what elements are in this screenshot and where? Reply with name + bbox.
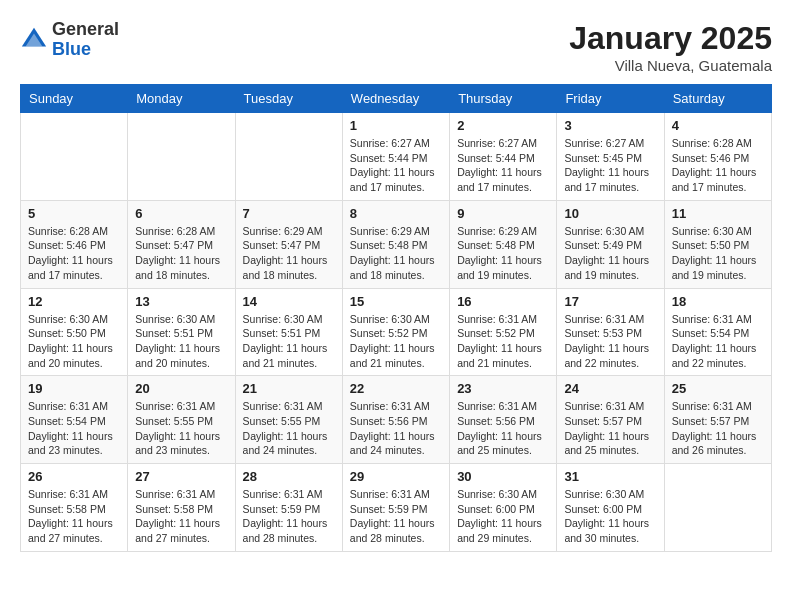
table-row: 25 Sunrise: 6:31 AMSunset: 5:57 PMDaylig… — [664, 376, 771, 464]
calendar-week-row: 26 Sunrise: 6:31 AMSunset: 5:58 PMDaylig… — [21, 464, 772, 552]
table-row: 21 Sunrise: 6:31 AMSunset: 5:55 PMDaylig… — [235, 376, 342, 464]
table-row: 1 Sunrise: 6:27 AMSunset: 5:44 PMDayligh… — [342, 113, 449, 201]
day-number: 13 — [135, 294, 227, 309]
day-number: 19 — [28, 381, 120, 396]
table-row — [235, 113, 342, 201]
day-number: 21 — [243, 381, 335, 396]
day-info: Sunrise: 6:27 AMSunset: 5:44 PMDaylight:… — [350, 136, 442, 195]
day-info: Sunrise: 6:31 AMSunset: 5:58 PMDaylight:… — [135, 487, 227, 546]
table-row: 7 Sunrise: 6:29 AMSunset: 5:47 PMDayligh… — [235, 200, 342, 288]
day-number: 11 — [672, 206, 764, 221]
table-row: 30 Sunrise: 6:30 AMSunset: 6:00 PMDaylig… — [450, 464, 557, 552]
day-info: Sunrise: 6:31 AMSunset: 5:54 PMDaylight:… — [672, 312, 764, 371]
calendar-week-row: 19 Sunrise: 6:31 AMSunset: 5:54 PMDaylig… — [21, 376, 772, 464]
day-number: 6 — [135, 206, 227, 221]
day-info: Sunrise: 6:31 AMSunset: 5:56 PMDaylight:… — [457, 399, 549, 458]
title-section: January 2025 Villa Nueva, Guatemala — [569, 20, 772, 74]
table-row: 31 Sunrise: 6:30 AMSunset: 6:00 PMDaylig… — [557, 464, 664, 552]
table-row: 4 Sunrise: 6:28 AMSunset: 5:46 PMDayligh… — [664, 113, 771, 201]
calendar-header-row: Sunday Monday Tuesday Wednesday Thursday… — [21, 85, 772, 113]
day-info: Sunrise: 6:31 AMSunset: 5:57 PMDaylight:… — [564, 399, 656, 458]
table-row: 14 Sunrise: 6:30 AMSunset: 5:51 PMDaylig… — [235, 288, 342, 376]
logo-icon — [20, 26, 48, 54]
day-info: Sunrise: 6:31 AMSunset: 5:54 PMDaylight:… — [28, 399, 120, 458]
day-number: 1 — [350, 118, 442, 133]
table-row: 20 Sunrise: 6:31 AMSunset: 5:55 PMDaylig… — [128, 376, 235, 464]
day-number: 8 — [350, 206, 442, 221]
table-row: 17 Sunrise: 6:31 AMSunset: 5:53 PMDaylig… — [557, 288, 664, 376]
table-row: 26 Sunrise: 6:31 AMSunset: 5:58 PMDaylig… — [21, 464, 128, 552]
calendar-week-row: 12 Sunrise: 6:30 AMSunset: 5:50 PMDaylig… — [21, 288, 772, 376]
day-info: Sunrise: 6:31 AMSunset: 5:55 PMDaylight:… — [243, 399, 335, 458]
location: Villa Nueva, Guatemala — [569, 57, 772, 74]
logo-general: General — [52, 19, 119, 39]
logo-blue: Blue — [52, 39, 91, 59]
day-number: 15 — [350, 294, 442, 309]
day-info: Sunrise: 6:27 AMSunset: 5:45 PMDaylight:… — [564, 136, 656, 195]
calendar-week-row: 1 Sunrise: 6:27 AMSunset: 5:44 PMDayligh… — [21, 113, 772, 201]
table-row: 3 Sunrise: 6:27 AMSunset: 5:45 PMDayligh… — [557, 113, 664, 201]
day-number: 29 — [350, 469, 442, 484]
day-number: 30 — [457, 469, 549, 484]
table-row: 6 Sunrise: 6:28 AMSunset: 5:47 PMDayligh… — [128, 200, 235, 288]
table-row: 28 Sunrise: 6:31 AMSunset: 5:59 PMDaylig… — [235, 464, 342, 552]
day-number: 17 — [564, 294, 656, 309]
day-number: 5 — [28, 206, 120, 221]
logo: General Blue — [20, 20, 119, 60]
table-row: 19 Sunrise: 6:31 AMSunset: 5:54 PMDaylig… — [21, 376, 128, 464]
table-row: 9 Sunrise: 6:29 AMSunset: 5:48 PMDayligh… — [450, 200, 557, 288]
table-row: 24 Sunrise: 6:31 AMSunset: 5:57 PMDaylig… — [557, 376, 664, 464]
day-info: Sunrise: 6:28 AMSunset: 5:46 PMDaylight:… — [672, 136, 764, 195]
day-number: 9 — [457, 206, 549, 221]
table-row: 13 Sunrise: 6:30 AMSunset: 5:51 PMDaylig… — [128, 288, 235, 376]
col-monday: Monday — [128, 85, 235, 113]
day-info: Sunrise: 6:30 AMSunset: 6:00 PMDaylight:… — [457, 487, 549, 546]
day-info: Sunrise: 6:30 AMSunset: 5:50 PMDaylight:… — [28, 312, 120, 371]
day-number: 26 — [28, 469, 120, 484]
day-info: Sunrise: 6:31 AMSunset: 5:56 PMDaylight:… — [350, 399, 442, 458]
day-info: Sunrise: 6:28 AMSunset: 5:47 PMDaylight:… — [135, 224, 227, 283]
day-info: Sunrise: 6:30 AMSunset: 5:52 PMDaylight:… — [350, 312, 442, 371]
table-row: 15 Sunrise: 6:30 AMSunset: 5:52 PMDaylig… — [342, 288, 449, 376]
table-row: 12 Sunrise: 6:30 AMSunset: 5:50 PMDaylig… — [21, 288, 128, 376]
day-info: Sunrise: 6:31 AMSunset: 5:59 PMDaylight:… — [243, 487, 335, 546]
table-row — [21, 113, 128, 201]
day-info: Sunrise: 6:28 AMSunset: 5:46 PMDaylight:… — [28, 224, 120, 283]
day-number: 14 — [243, 294, 335, 309]
table-row: 8 Sunrise: 6:29 AMSunset: 5:48 PMDayligh… — [342, 200, 449, 288]
day-number: 12 — [28, 294, 120, 309]
day-info: Sunrise: 6:31 AMSunset: 5:52 PMDaylight:… — [457, 312, 549, 371]
col-thursday: Thursday — [450, 85, 557, 113]
calendar-week-row: 5 Sunrise: 6:28 AMSunset: 5:46 PMDayligh… — [21, 200, 772, 288]
day-number: 18 — [672, 294, 764, 309]
day-info: Sunrise: 6:31 AMSunset: 5:58 PMDaylight:… — [28, 487, 120, 546]
day-number: 24 — [564, 381, 656, 396]
day-info: Sunrise: 6:29 AMSunset: 5:48 PMDaylight:… — [457, 224, 549, 283]
day-number: 3 — [564, 118, 656, 133]
day-number: 25 — [672, 381, 764, 396]
day-info: Sunrise: 6:30 AMSunset: 6:00 PMDaylight:… — [564, 487, 656, 546]
day-info: Sunrise: 6:30 AMSunset: 5:49 PMDaylight:… — [564, 224, 656, 283]
col-saturday: Saturday — [664, 85, 771, 113]
table-row: 11 Sunrise: 6:30 AMSunset: 5:50 PMDaylig… — [664, 200, 771, 288]
day-number: 7 — [243, 206, 335, 221]
col-sunday: Sunday — [21, 85, 128, 113]
day-number: 10 — [564, 206, 656, 221]
day-info: Sunrise: 6:29 AMSunset: 5:47 PMDaylight:… — [243, 224, 335, 283]
day-number: 31 — [564, 469, 656, 484]
col-wednesday: Wednesday — [342, 85, 449, 113]
day-info: Sunrise: 6:30 AMSunset: 5:51 PMDaylight:… — [135, 312, 227, 371]
day-info: Sunrise: 6:31 AMSunset: 5:53 PMDaylight:… — [564, 312, 656, 371]
col-tuesday: Tuesday — [235, 85, 342, 113]
day-info: Sunrise: 6:31 AMSunset: 5:59 PMDaylight:… — [350, 487, 442, 546]
calendar-table: Sunday Monday Tuesday Wednesday Thursday… — [20, 84, 772, 552]
day-info: Sunrise: 6:30 AMSunset: 5:50 PMDaylight:… — [672, 224, 764, 283]
day-number: 27 — [135, 469, 227, 484]
table-row: 5 Sunrise: 6:28 AMSunset: 5:46 PMDayligh… — [21, 200, 128, 288]
table-row: 22 Sunrise: 6:31 AMSunset: 5:56 PMDaylig… — [342, 376, 449, 464]
day-info: Sunrise: 6:29 AMSunset: 5:48 PMDaylight:… — [350, 224, 442, 283]
day-number: 20 — [135, 381, 227, 396]
table-row: 16 Sunrise: 6:31 AMSunset: 5:52 PMDaylig… — [450, 288, 557, 376]
page-header: General Blue January 2025 Villa Nueva, G… — [20, 20, 772, 74]
day-number: 23 — [457, 381, 549, 396]
